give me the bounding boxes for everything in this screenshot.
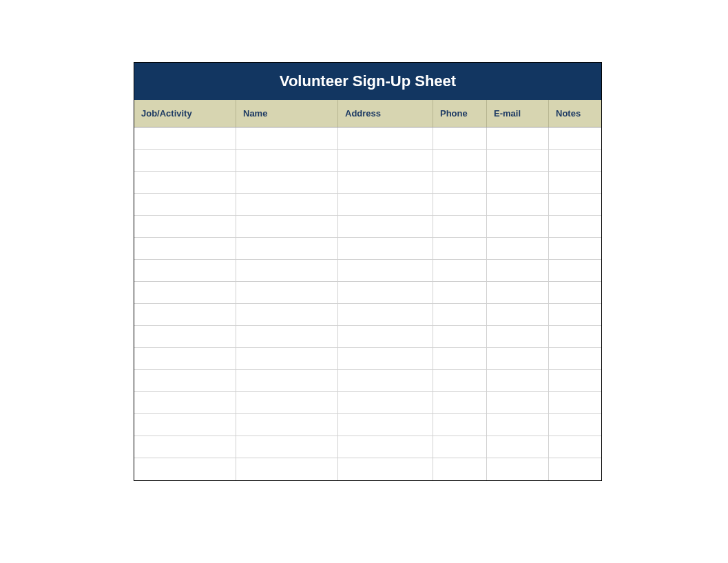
cell-email[interactable] <box>487 458 549 480</box>
sheet-title: Volunteer Sign-Up Sheet <box>134 62 601 100</box>
cell-notes[interactable] <box>549 238 601 259</box>
cell-activity[interactable] <box>134 282 236 303</box>
cell-name[interactable] <box>236 150 338 171</box>
cell-address[interactable] <box>338 414 433 436</box>
table-row <box>134 194 601 216</box>
cell-address[interactable] <box>338 127 433 149</box>
cell-phone[interactable] <box>433 172 487 193</box>
cell-email[interactable] <box>487 127 549 149</box>
cell-activity[interactable] <box>134 127 236 149</box>
cell-email[interactable] <box>487 370 549 391</box>
cell-activity[interactable] <box>134 370 236 391</box>
cell-phone[interactable] <box>433 150 487 171</box>
cell-name[interactable] <box>236 458 338 480</box>
cell-email[interactable] <box>487 172 549 193</box>
cell-notes[interactable] <box>549 370 601 391</box>
cell-email[interactable] <box>487 348 549 369</box>
cell-name[interactable] <box>236 348 338 369</box>
cell-address[interactable] <box>338 348 433 369</box>
cell-phone[interactable] <box>433 392 487 413</box>
cell-name[interactable] <box>236 172 338 193</box>
cell-name[interactable] <box>236 238 338 259</box>
cell-notes[interactable] <box>549 392 601 413</box>
cell-name[interactable] <box>236 127 338 149</box>
cell-activity[interactable] <box>134 436 236 458</box>
cell-phone[interactable] <box>433 304 487 325</box>
cell-phone[interactable] <box>433 326 487 347</box>
cell-phone[interactable] <box>433 194 487 215</box>
cell-name[interactable] <box>236 216 338 237</box>
cell-address[interactable] <box>338 150 433 171</box>
cell-notes[interactable] <box>549 282 601 303</box>
cell-name[interactable] <box>236 414 338 436</box>
cell-notes[interactable] <box>549 127 601 149</box>
cell-activity[interactable] <box>134 260 236 281</box>
cell-activity[interactable] <box>134 458 236 480</box>
cell-notes[interactable] <box>549 348 601 369</box>
cell-phone[interactable] <box>433 216 487 237</box>
cell-phone[interactable] <box>433 238 487 259</box>
cell-notes[interactable] <box>549 414 601 436</box>
cell-notes[interactable] <box>549 150 601 171</box>
cell-notes[interactable] <box>549 194 601 215</box>
cell-notes[interactable] <box>549 326 601 347</box>
cell-activity[interactable] <box>134 194 236 215</box>
cell-phone[interactable] <box>433 282 487 303</box>
cell-address[interactable] <box>338 216 433 237</box>
cell-notes[interactable] <box>549 216 601 237</box>
cell-activity[interactable] <box>134 150 236 171</box>
cell-address[interactable] <box>338 238 433 259</box>
cell-phone[interactable] <box>433 436 487 458</box>
cell-address[interactable] <box>338 436 433 458</box>
cell-phone[interactable] <box>433 458 487 480</box>
cell-activity[interactable] <box>134 392 236 413</box>
cell-phone[interactable] <box>433 348 487 369</box>
cell-activity[interactable] <box>134 304 236 325</box>
cell-name[interactable] <box>236 392 338 413</box>
cell-phone[interactable] <box>433 414 487 436</box>
cell-email[interactable] <box>487 304 549 325</box>
cell-email[interactable] <box>487 194 549 215</box>
cell-address[interactable] <box>338 370 433 391</box>
cell-name[interactable] <box>236 260 338 281</box>
cell-address[interactable] <box>338 304 433 325</box>
cell-email[interactable] <box>487 326 549 347</box>
cell-notes[interactable] <box>549 172 601 193</box>
cell-address[interactable] <box>338 194 433 215</box>
cell-address[interactable] <box>338 260 433 281</box>
cell-name[interactable] <box>236 370 338 391</box>
cell-notes[interactable] <box>549 436 601 458</box>
cell-activity[interactable] <box>134 348 236 369</box>
cell-email[interactable] <box>487 414 549 436</box>
cell-notes[interactable] <box>549 260 601 281</box>
cell-name[interactable] <box>236 326 338 347</box>
signup-sheet: Volunteer Sign-Up Sheet Job/Activity Nam… <box>134 62 602 481</box>
cell-address[interactable] <box>338 172 433 193</box>
cell-address[interactable] <box>338 326 433 347</box>
cell-email[interactable] <box>487 150 549 171</box>
cell-email[interactable] <box>487 238 549 259</box>
cell-phone[interactable] <box>433 260 487 281</box>
cell-activity[interactable] <box>134 414 236 436</box>
cell-name[interactable] <box>236 282 338 303</box>
cell-address[interactable] <box>338 458 433 480</box>
cell-activity[interactable] <box>134 172 236 193</box>
cell-name[interactable] <box>236 304 338 325</box>
cell-phone[interactable] <box>433 370 487 391</box>
cell-address[interactable] <box>338 282 433 303</box>
cell-notes[interactable] <box>549 304 601 325</box>
cell-email[interactable] <box>487 260 549 281</box>
cell-activity[interactable] <box>134 326 236 347</box>
cell-name[interactable] <box>236 436 338 458</box>
cell-email[interactable] <box>487 436 549 458</box>
cell-name[interactable] <box>236 194 338 215</box>
column-header-name: Name <box>236 100 338 127</box>
cell-email[interactable] <box>487 392 549 413</box>
cell-phone[interactable] <box>433 127 487 149</box>
cell-activity[interactable] <box>134 216 236 237</box>
cell-activity[interactable] <box>134 238 236 259</box>
cell-email[interactable] <box>487 216 549 237</box>
cell-email[interactable] <box>487 282 549 303</box>
cell-address[interactable] <box>338 392 433 413</box>
cell-notes[interactable] <box>549 458 601 480</box>
